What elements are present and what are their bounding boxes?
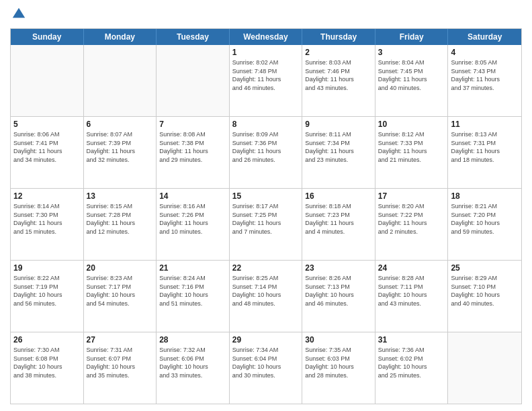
calendar-cell-28: 28Sunrise: 7:32 AM Sunset: 6:06 PM Dayli… [157, 332, 230, 404]
cell-date-21: 21 [159, 263, 226, 273]
cell-info-6: Sunrise: 8:07 AM Sunset: 7:39 PM Dayligh… [87, 130, 154, 164]
cell-date-11: 11 [451, 119, 519, 130]
calendar-cell-20: 20Sunrise: 8:23 AM Sunset: 7:17 PM Dayli… [84, 261, 157, 332]
cell-info-29: Sunrise: 7:34 AM Sunset: 6:04 PM Dayligh… [232, 346, 300, 379]
cell-info-23: Sunrise: 8:26 AM Sunset: 7:13 PM Dayligh… [305, 274, 372, 308]
cell-date-1: 1 [232, 47, 300, 58]
calendar-page: SundayMondayTuesdayWednesdayThursdayFrid… [0, 0, 532, 411]
calendar-cell-16: 16Sunrise: 8:18 AM Sunset: 7:23 PM Dayli… [302, 189, 375, 260]
page-header [10, 7, 522, 24]
cell-info-15: Sunrise: 8:17 AM Sunset: 7:25 PM Dayligh… [232, 202, 300, 236]
cell-info-28: Sunrise: 7:32 AM Sunset: 6:06 PM Dayligh… [159, 346, 226, 379]
calendar-cell-2: 2Sunrise: 8:03 AM Sunset: 7:46 PM Daylig… [302, 45, 375, 116]
day-header-sunday: Sunday [11, 29, 84, 45]
calendar-cell-22: 22Sunrise: 8:25 AM Sunset: 7:14 PM Dayli… [230, 261, 303, 332]
cell-date-12: 12 [13, 191, 81, 201]
calendar-row-0: 1Sunrise: 8:02 AM Sunset: 7:48 PM Daylig… [11, 45, 521, 117]
calendar-cell-empty [448, 332, 521, 404]
day-header-wednesday: Wednesday [230, 29, 303, 45]
calendar-cell-4: 4Sunrise: 8:05 AM Sunset: 7:43 PM Daylig… [448, 45, 521, 116]
cell-info-17: Sunrise: 8:20 AM Sunset: 7:22 PM Dayligh… [378, 202, 445, 236]
cell-date-10: 10 [378, 119, 445, 130]
cell-date-24: 24 [378, 263, 445, 273]
cell-date-17: 17 [378, 191, 445, 201]
cell-info-4: Sunrise: 8:05 AM Sunset: 7:43 PM Dayligh… [451, 58, 519, 92]
cell-info-12: Sunrise: 8:14 AM Sunset: 7:30 PM Dayligh… [13, 202, 81, 236]
cell-date-7: 7 [159, 119, 226, 130]
calendar-cell-29: 29Sunrise: 7:34 AM Sunset: 6:04 PM Dayli… [230, 332, 303, 404]
cell-info-24: Sunrise: 8:28 AM Sunset: 7:11 PM Dayligh… [378, 274, 445, 308]
cell-date-6: 6 [87, 119, 154, 130]
calendar-cell-31: 31Sunrise: 7:36 AM Sunset: 6:02 PM Dayli… [375, 332, 449, 404]
svg-marker-0 [13, 8, 25, 18]
cell-info-3: Sunrise: 8:04 AM Sunset: 7:45 PM Dayligh… [378, 58, 445, 92]
cell-info-30: Sunrise: 7:35 AM Sunset: 6:03 PM Dayligh… [305, 346, 372, 379]
cell-date-23: 23 [305, 263, 372, 273]
calendar-cell-5: 5Sunrise: 8:06 AM Sunset: 7:41 PM Daylig… [11, 117, 84, 188]
calendar-cell-17: 17Sunrise: 8:20 AM Sunset: 7:22 PM Dayli… [375, 189, 449, 260]
calendar: SundayMondayTuesdayWednesdayThursdayFrid… [10, 28, 522, 404]
calendar-cell-27: 27Sunrise: 7:31 AM Sunset: 6:07 PM Dayli… [84, 332, 157, 404]
cell-date-22: 22 [232, 263, 300, 273]
cell-date-13: 13 [87, 191, 154, 201]
calendar-cell-14: 14Sunrise: 8:16 AM Sunset: 7:26 PM Dayli… [157, 189, 230, 260]
calendar-cell-1: 1Sunrise: 8:02 AM Sunset: 7:48 PM Daylig… [230, 45, 303, 116]
calendar-row-1: 5Sunrise: 8:06 AM Sunset: 7:41 PM Daylig… [11, 117, 521, 189]
day-header-friday: Friday [375, 29, 449, 45]
cell-date-20: 20 [87, 263, 154, 273]
cell-date-16: 16 [305, 191, 372, 201]
logo-icon [11, 7, 26, 21]
cell-info-11: Sunrise: 8:13 AM Sunset: 7:31 PM Dayligh… [451, 130, 519, 164]
calendar-row-2: 12Sunrise: 8:14 AM Sunset: 7:30 PM Dayli… [11, 189, 521, 261]
calendar-cell-12: 12Sunrise: 8:14 AM Sunset: 7:30 PM Dayli… [11, 189, 84, 260]
cell-info-13: Sunrise: 8:15 AM Sunset: 7:28 PM Dayligh… [87, 202, 154, 236]
calendar-cell-19: 19Sunrise: 8:22 AM Sunset: 7:19 PM Dayli… [11, 261, 84, 332]
calendar-cell-11: 11Sunrise: 8:13 AM Sunset: 7:31 PM Dayli… [448, 117, 521, 188]
calendar-cell-6: 6Sunrise: 8:07 AM Sunset: 7:39 PM Daylig… [84, 117, 157, 188]
calendar-cell-26: 26Sunrise: 7:30 AM Sunset: 6:08 PM Dayli… [11, 332, 84, 404]
cell-date-4: 4 [451, 47, 519, 58]
calendar-cell-21: 21Sunrise: 8:24 AM Sunset: 7:16 PM Dayli… [157, 261, 230, 332]
cell-date-26: 26 [13, 334, 81, 345]
cell-info-26: Sunrise: 7:30 AM Sunset: 6:08 PM Dayligh… [13, 346, 81, 379]
cell-info-10: Sunrise: 8:12 AM Sunset: 7:33 PM Dayligh… [378, 130, 445, 164]
cell-info-8: Sunrise: 8:09 AM Sunset: 7:36 PM Dayligh… [232, 130, 300, 164]
logo [10, 7, 26, 24]
day-header-thursday: Thursday [302, 29, 375, 45]
cell-date-18: 18 [451, 191, 519, 201]
cell-info-5: Sunrise: 8:06 AM Sunset: 7:41 PM Dayligh… [13, 130, 81, 164]
cell-date-2: 2 [305, 47, 372, 58]
cell-info-21: Sunrise: 8:24 AM Sunset: 7:16 PM Dayligh… [159, 274, 226, 308]
calendar-cell-15: 15Sunrise: 8:17 AM Sunset: 7:25 PM Dayli… [230, 189, 303, 260]
calendar-cell-13: 13Sunrise: 8:15 AM Sunset: 7:28 PM Dayli… [84, 189, 157, 260]
calendar-row-4: 26Sunrise: 7:30 AM Sunset: 6:08 PM Dayli… [11, 332, 521, 404]
calendar-cell-23: 23Sunrise: 8:26 AM Sunset: 7:13 PM Dayli… [302, 261, 375, 332]
cell-info-25: Sunrise: 8:29 AM Sunset: 7:10 PM Dayligh… [451, 274, 519, 308]
cell-date-3: 3 [378, 47, 445, 58]
calendar-cell-18: 18Sunrise: 8:21 AM Sunset: 7:20 PM Dayli… [448, 189, 521, 260]
calendar-cell-7: 7Sunrise: 8:08 AM Sunset: 7:38 PM Daylig… [157, 117, 230, 188]
cell-info-1: Sunrise: 8:02 AM Sunset: 7:48 PM Dayligh… [232, 58, 300, 92]
cell-info-18: Sunrise: 8:21 AM Sunset: 7:20 PM Dayligh… [451, 202, 519, 236]
cell-info-22: Sunrise: 8:25 AM Sunset: 7:14 PM Dayligh… [232, 274, 300, 308]
calendar-row-3: 19Sunrise: 8:22 AM Sunset: 7:19 PM Dayli… [11, 261, 521, 332]
calendar-cell-24: 24Sunrise: 8:28 AM Sunset: 7:11 PM Dayli… [375, 261, 449, 332]
cell-info-14: Sunrise: 8:16 AM Sunset: 7:26 PM Dayligh… [159, 202, 226, 236]
cell-info-20: Sunrise: 8:23 AM Sunset: 7:17 PM Dayligh… [87, 274, 154, 308]
cell-date-28: 28 [159, 334, 226, 345]
calendar-cell-8: 8Sunrise: 8:09 AM Sunset: 7:36 PM Daylig… [230, 117, 303, 188]
cell-date-15: 15 [232, 191, 300, 201]
cell-info-27: Sunrise: 7:31 AM Sunset: 6:07 PM Dayligh… [87, 346, 154, 379]
cell-date-19: 19 [13, 263, 81, 273]
cell-date-27: 27 [87, 334, 154, 345]
day-header-saturday: Saturday [448, 29, 521, 45]
cell-info-9: Sunrise: 8:11 AM Sunset: 7:34 PM Dayligh… [305, 130, 372, 164]
day-header-tuesday: Tuesday [157, 29, 230, 45]
calendar-cell-3: 3Sunrise: 8:04 AM Sunset: 7:45 PM Daylig… [375, 45, 449, 116]
cell-info-2: Sunrise: 8:03 AM Sunset: 7:46 PM Dayligh… [305, 58, 372, 92]
cell-date-29: 29 [232, 334, 300, 345]
cell-info-19: Sunrise: 8:22 AM Sunset: 7:19 PM Dayligh… [13, 274, 81, 308]
cell-date-5: 5 [13, 119, 81, 130]
cell-date-14: 14 [159, 191, 226, 201]
calendar-cell-30: 30Sunrise: 7:35 AM Sunset: 6:03 PM Dayli… [302, 332, 375, 404]
